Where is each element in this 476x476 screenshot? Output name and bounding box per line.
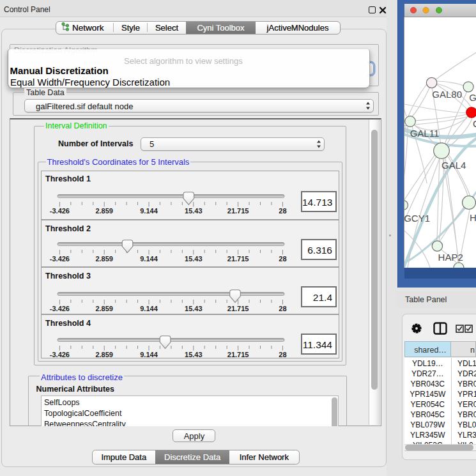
svg-text:21.715: 21.715 bbox=[227, 255, 249, 263]
svg-text:-3.426: -3.426 bbox=[50, 207, 70, 215]
svg-text:21.715: 21.715 bbox=[227, 305, 249, 312]
svg-text:28: 28 bbox=[279, 207, 286, 215]
svg-text:9.144: 9.144 bbox=[140, 207, 158, 215]
svg-text:9.144: 9.144 bbox=[140, 255, 158, 263]
svg-text:HIS: HIS bbox=[470, 212, 476, 223]
svg-text:15.43: 15.43 bbox=[185, 255, 203, 263]
svg-text:28: 28 bbox=[279, 351, 286, 358]
svg-text:GAL80: GAL80 bbox=[432, 89, 462, 100]
svg-text:21.715: 21.715 bbox=[227, 207, 249, 215]
svg-text:CYC: CYC bbox=[473, 118, 476, 129]
svg-text:15.43: 15.43 bbox=[185, 305, 203, 312]
svg-text:-3.426: -3.426 bbox=[50, 351, 70, 358]
svg-text:21.715: 21.715 bbox=[227, 351, 249, 358]
svg-text:GAL7: GAL7 bbox=[469, 92, 476, 103]
svg-text:2.859: 2.859 bbox=[95, 207, 113, 215]
svg-text:2.859: 2.859 bbox=[95, 351, 113, 358]
svg-text:15.43: 15.43 bbox=[185, 207, 203, 215]
svg-text:HAP2: HAP2 bbox=[438, 252, 463, 263]
svg-text:GAL11: GAL11 bbox=[410, 128, 440, 139]
svg-text:-3.426: -3.426 bbox=[50, 305, 70, 312]
svg-text:28: 28 bbox=[279, 255, 286, 263]
svg-text:GAL4: GAL4 bbox=[441, 160, 466, 171]
svg-text:2.859: 2.859 bbox=[95, 305, 113, 312]
svg-text:15.43: 15.43 bbox=[185, 351, 203, 358]
svg-text:28: 28 bbox=[279, 305, 286, 312]
svg-text:2.859: 2.859 bbox=[95, 255, 113, 263]
svg-text:GCY1: GCY1 bbox=[404, 213, 430, 224]
svg-text:-3.426: -3.426 bbox=[50, 255, 70, 263]
svg-text:9.144: 9.144 bbox=[140, 305, 158, 312]
svg-text:9.144: 9.144 bbox=[140, 351, 158, 358]
